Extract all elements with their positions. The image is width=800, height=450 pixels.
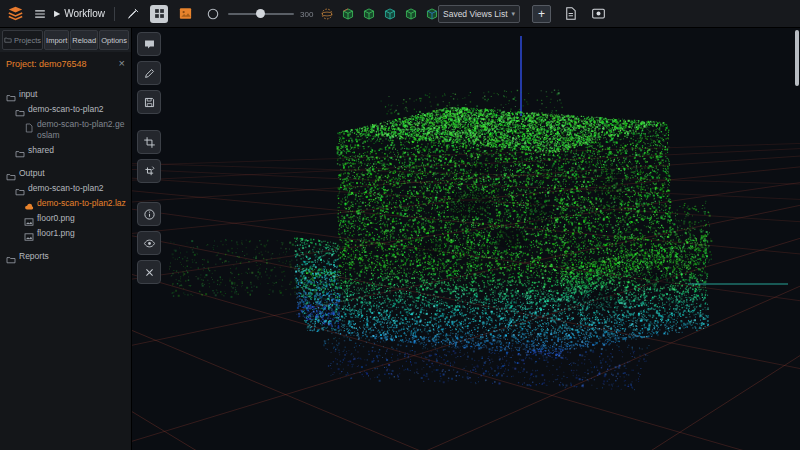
sidebar-tabrow: Projects Import Reload Options — [0, 28, 131, 52]
tree-item-label: Output — [19, 168, 45, 179]
info-tool-button[interactable] — [137, 202, 161, 226]
file-icon — [24, 123, 34, 133]
view-sphere-button[interactable] — [318, 5, 336, 23]
comment-tool-button[interactable] — [137, 32, 161, 56]
close-tool-button[interactable] — [137, 260, 161, 284]
tree-item-reports[interactable]: Reports — [0, 249, 131, 264]
report-button[interactable] — [560, 4, 580, 24]
view-cube-1-button[interactable] — [339, 5, 357, 23]
file-tree: input demo-scan-to-plan2 demo-scan-to-pl… — [0, 87, 131, 265]
cube-icon — [425, 7, 439, 21]
workflow-button[interactable]: ▶ Workflow — [54, 4, 105, 24]
view-cube-3-button[interactable] — [381, 5, 399, 23]
tree-item-output[interactable]: Output — [0, 166, 131, 181]
chevron-down-icon: ▾ — [511, 10, 515, 18]
folder-icon — [15, 187, 25, 197]
viewport — [132, 28, 800, 450]
cloud-icon — [24, 202, 34, 212]
folder-icon — [6, 255, 16, 265]
pointcloud-canvas[interactable] — [132, 28, 800, 450]
tree-item-label: shared — [28, 145, 54, 156]
capture-button[interactable] — [588, 4, 608, 24]
tree-item-label: floor1.png — [37, 228, 75, 239]
tab-options[interactable]: Options — [99, 30, 129, 50]
crop-rotate-tool-button[interactable] — [137, 159, 161, 183]
folder-icon — [4, 36, 12, 44]
tab-label: Projects — [14, 36, 41, 45]
tab-label: Options — [101, 36, 127, 45]
project-title: Project: demo76548 — [6, 59, 87, 69]
eyedropper-button[interactable] — [124, 5, 142, 23]
tree-item-label: Reports — [19, 251, 49, 262]
point-sphere-icon — [320, 7, 334, 21]
crop-tool-button[interactable] — [137, 130, 161, 154]
tree-item-label: input — [19, 89, 37, 100]
layers-logo-icon — [7, 5, 24, 22]
tree-item-floor0[interactable]: floor0.png — [0, 211, 131, 226]
view-cube-2-button[interactable] — [360, 5, 378, 23]
hamburger-icon — [33, 7, 47, 21]
folder-icon — [6, 93, 16, 103]
saved-views-dropdown[interactable]: Saved Views List ▾ — [438, 5, 520, 23]
tree-item-folder[interactable]: demo-scan-to-plan2 — [0, 102, 131, 117]
folder-icon — [15, 108, 25, 118]
tree-item-label: demo-scan-to-plan2.geoslam — [37, 119, 127, 141]
workflow-label: Workflow — [64, 8, 105, 19]
topbar: ▶ Workflow — [0, 0, 800, 28]
comment-icon — [143, 38, 156, 51]
circle-icon — [206, 7, 220, 21]
app-window: ▶ Workflow — [0, 0, 800, 450]
tree-item-shared[interactable]: shared — [0, 143, 131, 158]
folder-icon — [6, 172, 16, 182]
close-icon — [143, 266, 156, 279]
image-file-icon — [24, 217, 34, 227]
tree-item-input[interactable]: input — [0, 87, 131, 102]
tab-label: Import — [46, 36, 67, 45]
tree-item-label: demo-scan-to-plan2 — [28, 104, 104, 115]
project-header: Project: demo76548 × — [0, 52, 131, 73]
cube-icon — [341, 7, 355, 21]
cube-icon — [404, 7, 418, 21]
point-size-slider[interactable] — [228, 9, 294, 19]
crop-rotate-icon — [143, 165, 156, 178]
image-file-icon — [24, 232, 34, 242]
toolstrip — [132, 28, 168, 450]
cube-icon — [383, 7, 397, 21]
image-view-button[interactable] — [176, 5, 194, 23]
eye-icon — [143, 237, 156, 250]
play-icon: ▶ — [54, 9, 60, 18]
sidebar: Projects Import Reload Options Project: … — [0, 28, 132, 450]
point-size-button[interactable] — [204, 5, 222, 23]
add-view-button[interactable]: + — [532, 5, 551, 23]
tree-item-laz-file-selected[interactable]: demo-scan-to-plan2.laz — [0, 196, 131, 211]
tree-item-folder[interactable]: demo-scan-to-plan2 — [0, 181, 131, 196]
tab-projects[interactable]: Projects — [2, 30, 43, 50]
image-icon — [178, 6, 193, 21]
save-tool-button[interactable] — [137, 90, 161, 114]
pen-icon — [143, 67, 156, 80]
saved-views-label: Saved Views List — [443, 9, 508, 19]
grid-icon — [153, 7, 166, 20]
visibility-tool-button[interactable] — [137, 231, 161, 255]
close-project-icon[interactable]: × — [119, 58, 125, 69]
scrollbar-thumb[interactable] — [795, 30, 799, 86]
view-cube-4-button[interactable] — [402, 5, 420, 23]
folder-icon — [15, 149, 25, 159]
menu-button[interactable] — [30, 4, 50, 24]
tree-item-geoslam-file[interactable]: demo-scan-to-plan2.geoslam — [0, 117, 131, 143]
tree-item-label: demo-scan-to-plan2.laz — [37, 198, 126, 209]
tab-label: Reload — [72, 36, 96, 45]
slider-handle[interactable] — [256, 9, 265, 18]
toolbar-divider — [114, 7, 115, 21]
tree-item-label: floor0.png — [37, 213, 75, 224]
tab-reload[interactable]: Reload — [70, 30, 98, 50]
cube-icon — [362, 7, 376, 21]
grid-view-button[interactable] — [150, 5, 168, 23]
save-icon — [143, 96, 156, 109]
screen-capture-icon — [591, 6, 606, 21]
tab-import[interactable]: Import — [44, 30, 69, 50]
crop-icon — [143, 136, 156, 149]
tree-item-floor1[interactable]: floor1.png — [0, 226, 131, 241]
view-preset-group — [318, 5, 441, 23]
pen-tool-button[interactable] — [137, 61, 161, 85]
